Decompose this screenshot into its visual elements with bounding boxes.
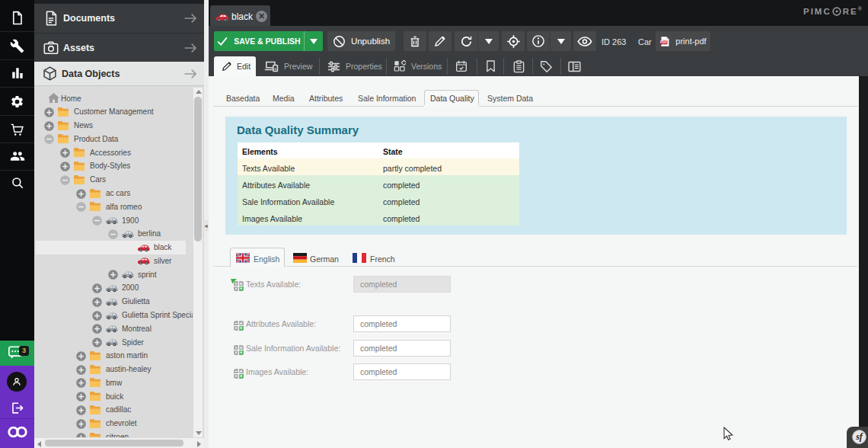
svg-text:PDF: PDF xyxy=(661,40,668,44)
